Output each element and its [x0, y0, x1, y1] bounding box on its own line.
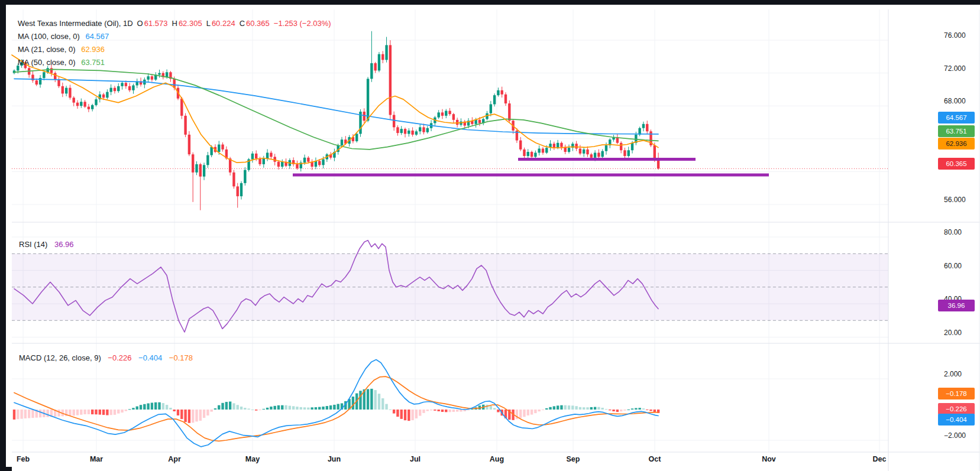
time-axis-month-dec: Dec: [873, 455, 887, 463]
macd-line-value: −0.404: [138, 353, 162, 362]
time-axis-month-jul: Jul: [410, 455, 421, 463]
time-axis-month-sep: Sep: [567, 455, 580, 463]
price-axis-tick: 76.000: [944, 31, 980, 40]
ma50-label: MA (50, close, 0): [18, 58, 76, 67]
ma50-value: 63.751: [81, 58, 105, 67]
rsi-value: 36.96: [54, 240, 74, 249]
chart-canvas[interactable]: [6, 5, 980, 471]
rsi-label: RSI (14): [19, 240, 47, 249]
ohlc-low-key: L: [206, 19, 211, 28]
symbol-legend-row[interactable]: West Texas Intermediate (Oil), 1DO61.573…: [18, 17, 331, 30]
change-value: −1.253 (−2.03%): [274, 19, 331, 28]
symbol-title: West Texas Intermediate (Oil), 1D: [18, 19, 133, 28]
chart-surface[interactable]: West Texas Intermediate (Oil), 1DO61.573…: [6, 5, 980, 467]
time-axis-month-nov: Nov: [762, 455, 776, 463]
ohlc-close-key: C: [240, 19, 245, 28]
ma100-value: 64.567: [85, 32, 109, 41]
price-axis-tick: 72.000: [944, 64, 980, 73]
macd-signal-value: −0.178: [169, 353, 193, 362]
macd-line-badge: −0.404: [938, 414, 975, 425]
macd-legend[interactable]: MACD (12, 26, close, 9) −0.226 −0.404 −0…: [19, 353, 193, 362]
ohlc-open-value: 61.573: [144, 19, 168, 28]
rsi-axis-tick: 60.00: [944, 262, 980, 270]
rsi-legend[interactable]: RSI (14) 36.96: [19, 240, 74, 249]
time-axis[interactable]: [12, 452, 888, 471]
rsi-axis-tick: 80.00: [944, 228, 980, 236]
ohlc-high-value: 62.305: [179, 19, 202, 28]
macd-hist-badge: −0.226: [938, 403, 975, 415]
time-axis-month-may: May: [245, 455, 260, 463]
trading-chart-window: West Texas Intermediate (Oil), 1DO61.573…: [0, 0, 980, 471]
price-axis-tick: 68.000: [944, 97, 980, 105]
ohlc-high-key: H: [172, 19, 177, 28]
ma50-price-badge: 63.751: [938, 125, 975, 137]
rsi-axis-tick: 20.00: [944, 329, 980, 337]
time-axis-month-aug: Aug: [490, 455, 504, 463]
ma21-legend-row[interactable]: MA (21, close, 0) 62.936: [18, 43, 331, 56]
ma21-label: MA (21, close, 0): [18, 45, 76, 54]
time-axis-month-jun: Jun: [328, 455, 341, 463]
ma100-legend-row[interactable]: MA (100, close, 0) 64.567: [18, 30, 331, 43]
time-axis-month-apr: Apr: [168, 455, 181, 463]
macd-label: MACD (12, 26, close, 9): [19, 353, 101, 362]
ma100-label: MA (100, close, 0): [18, 32, 80, 41]
macd-signal-badge: −0.178: [938, 388, 975, 399]
last-price-badge: 60.365: [938, 158, 975, 170]
ohlc-close-value: 60.365: [246, 19, 270, 28]
time-axis-month-feb: Feb: [17, 455, 30, 463]
price-axis-tick: 56.000: [944, 196, 980, 204]
ohlc-open-key: O: [137, 19, 143, 28]
time-axis-month-mar: Mar: [90, 455, 103, 463]
ohlc-low-value: 60.224: [212, 19, 235, 28]
ma21-value: 62.936: [81, 45, 105, 54]
macd-hist-value: −0.226: [108, 353, 131, 362]
ma21-price-badge: 62.936: [938, 138, 975, 150]
time-axis-month-oct: Oct: [649, 455, 661, 463]
main-legend: West Texas Intermediate (Oil), 1DO61.573…: [18, 17, 331, 69]
ma100-price-badge: 64.567: [938, 112, 975, 124]
macd-axis-tick: 2.000: [944, 370, 980, 378]
ma50-legend-row[interactable]: MA (50, close, 0) 63.751: [18, 56, 331, 69]
macd-axis-tick: −2.000: [944, 431, 980, 440]
rsi-value-badge: 36.96: [938, 300, 975, 311]
